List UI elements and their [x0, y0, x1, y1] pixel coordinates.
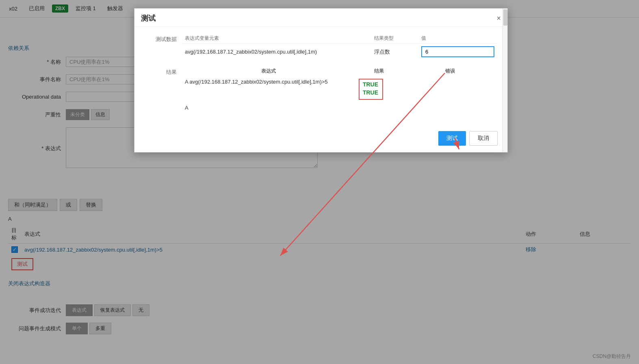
- modal-footer: 测试 取消: [134, 128, 507, 152]
- result-label: 结果: [144, 66, 177, 76]
- value-input[interactable]: [421, 46, 494, 57]
- test-data-label: 测试数据: [144, 33, 177, 43]
- modal-header: 测试 ×: [134, 9, 507, 27]
- result-expr-cell-0: A avg(/192.168.187.12_zabbix02/system.cp…: [182, 76, 355, 102]
- result-row-1: A: [182, 102, 498, 113]
- scrollbar-thumb: [503, 9, 507, 26]
- data-row-0: avg(/192.168.187.12_zabbix02/system.cpu.…: [182, 44, 498, 60]
- modal-scrollbar[interactable]: [503, 9, 507, 152]
- data-val-cell: [418, 44, 498, 60]
- result-expr-header: 表达式: [182, 66, 355, 76]
- data-expr-cell: avg(/192.168.187.12_zabbix02/system.cpu.…: [182, 44, 371, 60]
- col-type-header: 结果类型: [371, 33, 418, 44]
- result-error-cell-1: [403, 102, 498, 113]
- modal-cancel-button[interactable]: 取消: [469, 131, 498, 146]
- result-error-header: 错误: [403, 66, 498, 76]
- result-expr-cell-1: A: [182, 102, 355, 113]
- result-val-cell-1: [355, 102, 403, 113]
- modal-close-button[interactable]: ×: [496, 15, 501, 22]
- result-row: 结果 表达式 结果 错误 A avg(/192.168.187: [144, 66, 498, 113]
- data-type-cell: 浮点数: [371, 44, 418, 60]
- result-row-0: A avg(/192.168.187.12_zabbix02/system.cp…: [182, 76, 498, 102]
- result-result-header: 结果: [355, 66, 403, 76]
- modal-test-button[interactable]: 测试: [438, 131, 466, 146]
- data-table: 表达式变量元素 结果类型 值 avg(/192.168.187.12_zabbi…: [182, 33, 498, 60]
- result-content: 表达式 结果 错误 A avg(/192.168.187.12_zabbix02…: [182, 66, 498, 113]
- result-error-cell-0: [403, 76, 498, 102]
- test-data-row: 测试数据 表达式变量元素 结果类型 值 avg(/192.168: [144, 33, 498, 60]
- modal-body: 测试数据 表达式变量元素 结果类型 值 avg(/192.168: [134, 27, 507, 128]
- result-val-cell-0: TRUE TRUE: [355, 76, 403, 102]
- background-page: x02 已启用 ZBX 监控项 1 触发器 依赖关系 * 名称 事件名称 Ope…: [0, 0, 639, 364]
- result-true-1: TRUE: [363, 89, 379, 96]
- modal-dialog: 测试 × 测试数据 表达式变量元素 结果类型 值: [134, 8, 508, 153]
- test-data-content: 表达式变量元素 结果类型 值 avg(/192.168.187.12_zabbi…: [182, 33, 498, 60]
- result-box: TRUE TRUE: [359, 79, 383, 100]
- col-expr-header: 表达式变量元素: [182, 33, 371, 44]
- col-val-header: 值: [418, 33, 498, 44]
- modal-title: 测试: [141, 13, 156, 23]
- result-table: 表达式 结果 错误 A avg(/192.168.187.12_zabbix02…: [182, 66, 498, 113]
- result-true-0: TRUE: [363, 81, 379, 88]
